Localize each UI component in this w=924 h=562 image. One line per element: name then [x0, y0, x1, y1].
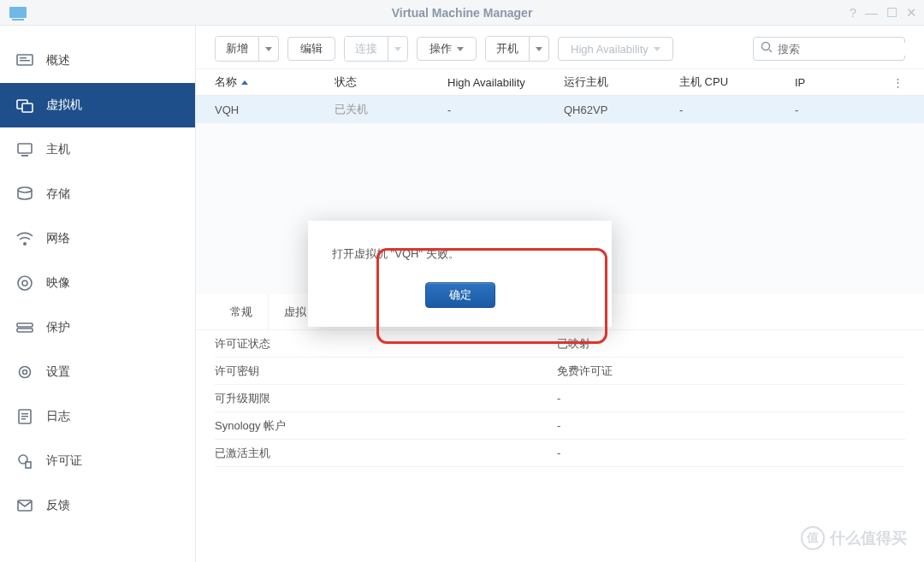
sidebar-item-protect[interactable]: 保护 — [0, 305, 195, 350]
feedback-icon — [15, 496, 34, 515]
sidebar-item-feedback[interactable]: 反馈 — [0, 483, 195, 528]
chevron-down-icon — [265, 47, 272, 51]
sidebar-label: 主机 — [46, 142, 70, 157]
sidebar-label: 反馈 — [46, 498, 70, 513]
window-title: Virtual Machine Manager — [392, 6, 533, 20]
th-status[interactable]: 状态 — [335, 69, 447, 95]
ok-button[interactable]: 确定 — [425, 282, 495, 308]
td-running-host: QH62VP — [564, 96, 679, 123]
sidebar-label: 存储 — [46, 186, 70, 202]
table-row[interactable]: VQH 已关机 - QH62VP - - — [196, 96, 924, 123]
detail-row: 许可密钥 免费许可证 — [215, 358, 905, 385]
poweron-button[interactable]: 开机 — [486, 37, 529, 61]
help-button[interactable]: ? — [850, 5, 856, 20]
td-ip: - — [795, 96, 889, 123]
poweron-dropdown[interactable] — [529, 37, 548, 61]
sidebar-label: 网络 — [46, 231, 70, 246]
svg-rect-8 — [21, 155, 28, 157]
add-dropdown[interactable] — [258, 37, 278, 61]
sidebar-label: 日志 — [46, 409, 70, 424]
th-ha[interactable]: High Availability — [447, 69, 564, 95]
log-icon — [15, 407, 34, 426]
svg-rect-1 — [12, 19, 24, 21]
svg-point-24 — [762, 43, 770, 50]
detail-area: 常规 虚拟 许可证状态 已映射 许可密钥 免费许可证 可升级期限 - Synol… — [196, 294, 924, 562]
detail-value: 已映射 — [557, 336, 905, 352]
minimize-button[interactable]: — — [865, 5, 878, 20]
detail-rows: 许可证状态 已映射 许可密钥 免费许可证 可升级期限 - Synology 帐户… — [196, 330, 924, 467]
detail-label: 可升级期限 — [215, 391, 557, 406]
svg-point-9 — [18, 187, 32, 192]
connect-dropdown[interactable] — [388, 37, 407, 61]
sidebar-item-image[interactable]: 映像 — [0, 261, 195, 305]
close-button[interactable]: ✕ — [906, 5, 917, 21]
td-ha: - — [447, 96, 564, 123]
sidebar-item-host[interactable]: 主机 — [0, 127, 195, 172]
detail-row: 可升级期限 - — [215, 385, 905, 412]
detail-label: 许可证状态 — [215, 336, 557, 352]
sidebar-item-overview[interactable]: 概述 — [0, 38, 195, 83]
chevron-down-icon — [654, 47, 660, 51]
svg-rect-18 — [21, 413, 28, 415]
svg-point-10 — [23, 242, 27, 246]
detail-value: 免费许可证 — [557, 364, 905, 379]
sidebar-item-license[interactable]: 许可证 — [0, 439, 195, 483]
table-header: 名称 状态 High Availability 运行主机 主机 CPU IP ⋮ — [196, 68, 924, 96]
td-name: VQH — [215, 96, 335, 123]
operate-label: 操作 — [429, 41, 452, 56]
search-box[interactable] — [753, 37, 905, 61]
host-icon — [15, 140, 34, 159]
sidebar-item-storage[interactable]: 存储 — [0, 172, 195, 216]
detail-value: - — [557, 419, 905, 432]
protect-icon — [15, 318, 34, 337]
error-dialog: 打开虚拟机 "VQH" 失败。 确定 — [308, 221, 612, 327]
license-icon — [15, 452, 34, 470]
overview-icon — [15, 51, 34, 70]
connect-button[interactable]: 连接 — [345, 37, 388, 61]
svg-rect-7 — [18, 144, 32, 153]
tab-general[interactable]: 常规 — [215, 294, 269, 329]
detail-label: Synology 帐户 — [215, 418, 557, 434]
svg-point-16 — [23, 370, 27, 375]
watermark-icon: 值 — [801, 526, 825, 550]
search-icon — [761, 41, 773, 56]
svg-rect-19 — [21, 416, 28, 417]
th-name[interactable]: 名称 — [215, 69, 335, 95]
th-ip[interactable]: IP — [795, 69, 889, 95]
vm-icon — [15, 96, 34, 115]
operate-button[interactable]: 操作 — [417, 37, 477, 61]
add-button[interactable]: 新增 — [216, 37, 258, 61]
ha-button[interactable]: High Availability — [558, 37, 673, 61]
toolbar: 新增 编辑 连接 操作 开机 High Availability — [196, 26, 924, 68]
svg-rect-3 — [20, 57, 27, 59]
svg-rect-20 — [21, 418, 26, 420]
app-icon-wrap — [9, 5, 27, 21]
error-message: 打开虚拟机 "VQH" 失败。 — [332, 246, 588, 262]
th-more-icon[interactable]: ⋮ — [889, 69, 906, 95]
watermark-text: 什么值得买 — [830, 528, 907, 548]
detail-row: Synology 帐户 - — [215, 412, 905, 440]
maximize-button[interactable]: ☐ — [886, 5, 897, 21]
watermark: 值 什么值得买 — [801, 526, 907, 550]
settings-icon — [15, 363, 34, 382]
sidebar-label: 概述 — [46, 53, 70, 68]
svg-rect-13 — [17, 323, 33, 327]
td-host-cpu: - — [679, 96, 795, 123]
sidebar-item-log[interactable]: 日志 — [0, 394, 195, 439]
search-input[interactable] — [778, 43, 921, 56]
sidebar-item-network[interactable]: 网络 — [0, 216, 195, 261]
th-host-cpu[interactable]: 主机 CPU — [679, 69, 795, 95]
ha-label: High Availability — [571, 43, 649, 56]
edit-button[interactable]: 编辑 — [287, 37, 335, 61]
svg-point-12 — [22, 281, 27, 286]
th-running-host[interactable]: 运行主机 — [564, 69, 679, 95]
sidebar-label: 映像 — [46, 275, 70, 291]
sidebar-label: 虚拟机 — [46, 98, 82, 113]
detail-value: - — [557, 447, 905, 459]
sort-asc-icon — [241, 80, 248, 85]
image-icon — [15, 274, 34, 293]
sidebar-item-settings[interactable]: 设置 — [0, 350, 195, 394]
chevron-down-icon — [536, 47, 542, 51]
detail-row: 许可证状态 已映射 — [215, 330, 905, 358]
sidebar-item-vm[interactable]: 虚拟机 — [0, 83, 195, 127]
